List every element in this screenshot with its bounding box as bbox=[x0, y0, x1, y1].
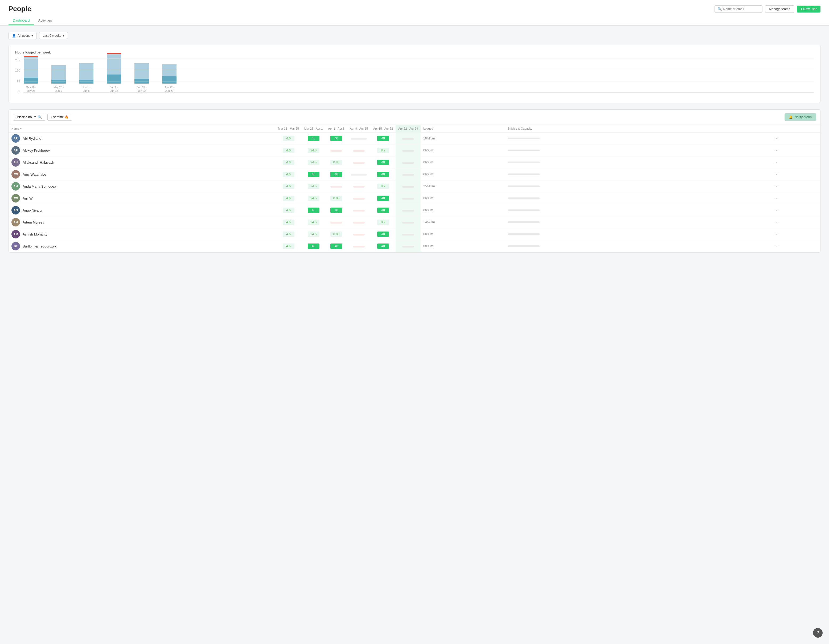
week-badge: 24.5 bbox=[308, 184, 320, 189]
week-badge: 0.86 bbox=[330, 160, 342, 165]
manage-teams-button[interactable]: Manage teams bbox=[765, 5, 794, 13]
new-user-button[interactable]: + New user bbox=[797, 6, 821, 13]
week-cell-5-3 bbox=[347, 192, 370, 205]
table-filter-buttons: Missing hours 🔍 Overtime 🔥 bbox=[13, 113, 72, 121]
bar-teal-5 bbox=[134, 79, 149, 83]
week-cell-2-5 bbox=[396, 156, 421, 168]
capacity-cell bbox=[505, 156, 772, 168]
week-badge: 4.6 bbox=[283, 160, 295, 165]
week-badge: 40 bbox=[377, 208, 389, 213]
more-button[interactable]: ··· bbox=[774, 160, 779, 164]
more-button[interactable]: ··· bbox=[774, 172, 779, 176]
more-button[interactable]: ··· bbox=[774, 244, 779, 248]
capacity-cell bbox=[505, 180, 772, 192]
week-cell-6-3 bbox=[347, 205, 370, 216]
week-badge bbox=[330, 186, 342, 187]
week-cell-3-1: 40 bbox=[302, 168, 326, 180]
more-actions-cell[interactable]: ··· bbox=[772, 145, 820, 156]
avatar: AH bbox=[11, 158, 20, 167]
week-badge: 4.6 bbox=[283, 172, 295, 177]
week-badge bbox=[353, 210, 365, 211]
more-button[interactable]: ··· bbox=[774, 184, 779, 188]
more-button[interactable]: ··· bbox=[774, 208, 779, 213]
tab-activities[interactable]: Activities bbox=[34, 16, 56, 25]
week-badge: 0.86 bbox=[330, 195, 342, 201]
bar-lightblue-3 bbox=[79, 63, 93, 80]
table-section: Missing hours 🔍 Overtime 🔥 🔔 Notify grou… bbox=[8, 109, 821, 252]
capacity-bar-wrap bbox=[507, 138, 540, 139]
week-cell-3-4: 40 bbox=[370, 168, 396, 180]
tabs: Dashboard Activities bbox=[8, 16, 821, 25]
week-badge: 40 bbox=[308, 172, 320, 177]
week-badge: 0.86 bbox=[330, 231, 342, 237]
more-actions-cell[interactable]: ··· bbox=[772, 205, 820, 216]
tab-dashboard[interactable]: Dashboard bbox=[8, 16, 34, 25]
y-label-170: 170 bbox=[15, 69, 20, 72]
more-button[interactable]: ··· bbox=[774, 220, 779, 224]
name-cell-4: AMAnda Maria Somodea bbox=[9, 180, 276, 192]
chart-card: Hours logged per week 255 170 85 0 bbox=[8, 45, 821, 103]
name-cell-2: AHAliaksandr Halavach bbox=[9, 156, 276, 168]
bar-group-6: Jun 22 -Jun 29 bbox=[162, 65, 177, 93]
week-cell-0-4: 40 bbox=[370, 132, 396, 145]
week-badge bbox=[402, 246, 414, 247]
table-toolbar: Missing hours 🔍 Overtime 🔥 🔔 Notify grou… bbox=[9, 110, 820, 125]
week-cell-3-3 bbox=[347, 168, 370, 180]
week-cell-9-1: 40 bbox=[302, 240, 326, 252]
name-cell-6: ANAnup Nivargi bbox=[9, 205, 276, 216]
main-content: 👤 All users ▾ Last 6 weeks ▾ Hours logge… bbox=[0, 25, 829, 259]
more-actions-cell[interactable]: ··· bbox=[772, 132, 820, 145]
week-badge: 4.6 bbox=[283, 244, 295, 249]
week-cell-1-4: 8.9 bbox=[370, 145, 396, 156]
capacity-cell bbox=[505, 192, 772, 205]
week-badge: 40 bbox=[377, 195, 389, 201]
overtime-filter[interactable]: Overtime 🔥 bbox=[47, 113, 72, 121]
more-actions-cell[interactable]: ··· bbox=[772, 228, 820, 240]
more-button[interactable]: ··· bbox=[774, 136, 779, 140]
table-row: AWAnil W4.624.50.86400h00m··· bbox=[9, 192, 820, 205]
missing-hours-filter[interactable]: Missing hours 🔍 bbox=[13, 113, 45, 121]
week-cell-0-1: 40 bbox=[302, 132, 326, 145]
week-badge: 24.5 bbox=[308, 160, 320, 165]
week-badge: 24.5 bbox=[308, 231, 320, 237]
week-cell-0-2: 40 bbox=[325, 132, 347, 145]
capacity-cell bbox=[505, 205, 772, 216]
more-actions-cell[interactable]: ··· bbox=[772, 216, 820, 228]
th-name[interactable]: Name ▾ bbox=[9, 125, 276, 132]
week-cell-6-5 bbox=[396, 205, 421, 216]
period-filter[interactable]: Last 6 weeks ▾ bbox=[39, 32, 68, 39]
table-row: ARAbi Rydland4.640404016h15m··· bbox=[9, 132, 820, 145]
th-billable-capacity: Billable & Capacity bbox=[505, 125, 772, 132]
bar-teal-4 bbox=[107, 74, 121, 83]
all-users-filter[interactable]: 👤 All users ▾ bbox=[8, 32, 36, 39]
week-cell-9-2: 40 bbox=[325, 240, 347, 252]
more-actions-cell[interactable]: ··· bbox=[772, 168, 820, 180]
th-week5: Apr 15 - Apr 22 bbox=[370, 125, 396, 132]
week-cell-7-2 bbox=[325, 216, 347, 228]
week-badge bbox=[353, 222, 365, 224]
week-cell-5-4: 40 bbox=[370, 192, 396, 205]
more-actions-cell[interactable]: ··· bbox=[772, 192, 820, 205]
bar-label-4: Jun 8 -Jun 15 bbox=[110, 86, 118, 93]
more-actions-cell[interactable]: ··· bbox=[772, 180, 820, 192]
capacity-cell bbox=[505, 168, 772, 180]
more-button[interactable]: ··· bbox=[774, 196, 779, 200]
person-name: Alexey Prokhorov bbox=[23, 148, 50, 153]
table-row: AWAmy Watanabe4.64040400h00m··· bbox=[9, 168, 820, 180]
week-badge: 4.6 bbox=[283, 136, 295, 141]
week-badge: 40 bbox=[308, 136, 320, 141]
search-box[interactable]: 🔍 bbox=[714, 5, 763, 13]
person-name: Abi Rydland bbox=[23, 137, 41, 140]
logged-cell: 25h13m bbox=[421, 180, 505, 192]
more-button[interactable]: ··· bbox=[774, 232, 779, 236]
search-input[interactable] bbox=[723, 7, 760, 11]
more-actions-cell[interactable]: ··· bbox=[772, 156, 820, 168]
week-cell-2-1: 24.5 bbox=[302, 156, 326, 168]
bar-lightblue-5 bbox=[134, 63, 149, 79]
avatar-initials: AP bbox=[11, 146, 20, 154]
period-label: Last 6 weeks bbox=[43, 34, 61, 38]
more-button[interactable]: ··· bbox=[774, 148, 779, 153]
notify-group-button[interactable]: 🔔 Notify group bbox=[785, 113, 816, 121]
week-cell-9-4: 40 bbox=[370, 240, 396, 252]
more-actions-cell[interactable]: ··· bbox=[772, 240, 820, 252]
